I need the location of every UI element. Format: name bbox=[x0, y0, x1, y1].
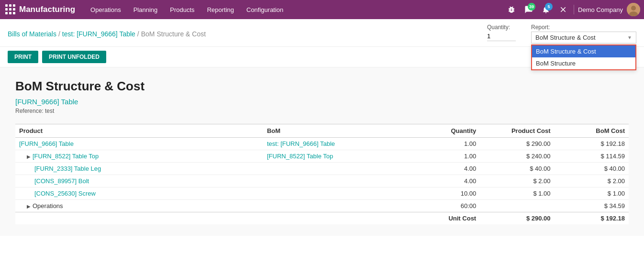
report-title: BoM Structure & Cost bbox=[15, 79, 629, 94]
product-name[interactable]: [CONS_25630] Screw bbox=[34, 190, 96, 197]
cell-bom-cost: $ 2.00 bbox=[555, 175, 629, 187]
cell-bom[interactable]: test: [FURN_9666] Table bbox=[263, 138, 418, 150]
nav-planning[interactable]: Planning bbox=[128, 3, 164, 16]
cell-product-cost: $ 40.00 bbox=[480, 163, 554, 175]
cell-bom-cost: $ 114.59 bbox=[555, 150, 629, 163]
report-block: Report: BoM Structure & Cost ▼ BoM Struc… bbox=[531, 24, 636, 44]
chat-badge: 39 bbox=[528, 3, 535, 11]
bom-table: Product BoM Quantity Product Cost BoM Co… bbox=[15, 124, 629, 224]
report-product-link[interactable]: [FURN_9666] Table bbox=[15, 98, 629, 106]
cell-bom[interactable]: [FURN_8522] Table Top bbox=[263, 150, 418, 163]
bug-icon[interactable] bbox=[505, 3, 518, 16]
breadcrumb-product[interactable]: test: [FURN_9666] Table bbox=[62, 30, 135, 38]
cell-product-cost: $ 290.00 bbox=[480, 138, 554, 150]
breadcrumb-controls: Quantity: Report: BoM Structure & Cost ▼… bbox=[487, 24, 636, 44]
product-name[interactable]: [CONS_89957] Bolt bbox=[34, 177, 89, 185]
cell-quantity: 60:00 bbox=[418, 200, 480, 212]
unit-cost-label: Unit Cost bbox=[418, 212, 480, 225]
cell-product[interactable]: [FURN_2333] Table Leg bbox=[15, 163, 263, 175]
report-select-button[interactable]: BoM Structure & Cost ▼ bbox=[531, 32, 636, 44]
cell-bom-cost: $ 192.18 bbox=[555, 138, 629, 150]
breadcrumb-bar: Bills of Materials / test: [FURN_9666] T… bbox=[0, 19, 644, 47]
nav-divider bbox=[574, 5, 574, 14]
cell-quantity: 1.00 bbox=[418, 150, 480, 163]
grid-menu-icon[interactable] bbox=[4, 3, 17, 16]
product-name: Operations bbox=[33, 202, 63, 209]
unit-cost-empty bbox=[15, 212, 418, 225]
nav-configuration[interactable]: Configuration bbox=[241, 3, 289, 16]
chevron-down-icon: ▼ bbox=[627, 35, 632, 40]
navbar-right: 39 5 Demo Company bbox=[505, 3, 640, 16]
cell-product: ▶Operations bbox=[15, 200, 263, 212]
cell-product-cost: $ 2.00 bbox=[480, 175, 554, 187]
quantity-label: Quantity: bbox=[487, 24, 516, 31]
cell-product[interactable]: [FURN_9666] Table bbox=[15, 138, 263, 150]
print-unfolded-button[interactable]: PRINT UNFOLDED bbox=[42, 51, 106, 63]
report-label: Report: bbox=[531, 24, 636, 31]
report-reference: Reference: test bbox=[15, 108, 629, 114]
nav-operations[interactable]: Operations bbox=[85, 3, 127, 16]
quantity-block: Quantity: bbox=[487, 24, 516, 41]
nav-reporting[interactable]: Reporting bbox=[201, 3, 240, 16]
cell-product-cost bbox=[480, 200, 554, 212]
table-row: ▶Operations60:00$ 34.59 bbox=[15, 200, 629, 212]
expand-icon[interactable]: ▶ bbox=[27, 204, 31, 209]
report-option-structure[interactable]: BoM Structure bbox=[532, 57, 635, 69]
cell-quantity: 4.00 bbox=[418, 163, 480, 175]
table-row: ▶[FURN_8522] Table Top[FURN_8522] Table … bbox=[15, 150, 629, 163]
svg-point-1 bbox=[631, 6, 636, 11]
close-session-icon[interactable] bbox=[556, 3, 570, 16]
message-icon[interactable]: 5 bbox=[539, 3, 553, 16]
col-bom-cost: BoM Cost bbox=[555, 124, 629, 138]
col-bom: BoM bbox=[263, 124, 418, 138]
company-name[interactable]: Demo Company bbox=[578, 6, 623, 13]
nav-products[interactable]: Products bbox=[164, 3, 200, 16]
navbar: Manufacturing Operations Planning Produc… bbox=[0, 0, 644, 19]
breadcrumb-sep1: / bbox=[58, 30, 60, 38]
unit-cost-bom: $ 192.18 bbox=[555, 212, 629, 225]
cell-product-cost: $ 1.00 bbox=[480, 187, 554, 200]
product-name[interactable]: [FURN_8522] Table Top bbox=[33, 153, 99, 160]
breadcrumb: Bills of Materials / test: [FURN_9666] T… bbox=[8, 30, 206, 38]
cell-product-cost: $ 240.00 bbox=[480, 150, 554, 163]
col-product: Product bbox=[15, 124, 263, 138]
app-brand: Manufacturing bbox=[19, 5, 75, 14]
cell-bom-cost: $ 40.00 bbox=[555, 163, 629, 175]
col-quantity: Quantity bbox=[418, 124, 480, 138]
product-name[interactable]: [FURN_9666] Table bbox=[19, 140, 74, 147]
expand-icon[interactable]: ▶ bbox=[27, 154, 31, 159]
breadcrumb-bom[interactable]: Bills of Materials bbox=[8, 30, 56, 38]
report-select-text: BoM Structure & Cost bbox=[535, 34, 596, 41]
cell-quantity: 10.00 bbox=[418, 187, 480, 200]
product-name[interactable]: [FURN_2333] Table Leg bbox=[34, 165, 101, 172]
unit-cost-row: Unit Cost $ 290.00 $ 192.18 bbox=[15, 212, 629, 225]
cell-product[interactable]: [CONS_25630] Screw bbox=[15, 187, 263, 200]
table-row: [FURN_2333] Table Leg4.00$ 40.00$ 40.00 bbox=[15, 163, 629, 175]
breadcrumb-sep2: / bbox=[137, 30, 139, 38]
cell-bom-cost: $ 1.00 bbox=[555, 187, 629, 200]
user-avatar[interactable] bbox=[627, 3, 640, 16]
table-row: [CONS_25630] Screw10.00$ 1.00$ 1.00 bbox=[15, 187, 629, 200]
unit-cost-product: $ 290.00 bbox=[480, 212, 554, 225]
cell-bom-cost: $ 34.59 bbox=[555, 200, 629, 212]
report-option-cost[interactable]: BoM Structure & Cost bbox=[532, 45, 635, 57]
cell-bom bbox=[263, 175, 418, 187]
quantity-input[interactable] bbox=[487, 32, 516, 41]
main-nav: Operations Planning Products Reporting C… bbox=[85, 3, 503, 16]
chat-icon[interactable]: 39 bbox=[522, 3, 535, 16]
notification-badge: 5 bbox=[545, 3, 553, 11]
print-button[interactable]: PRINT bbox=[8, 51, 38, 63]
table-row: [FURN_9666] Tabletest: [FURN_9666] Table… bbox=[15, 138, 629, 150]
main-content: BoM Structure & Cost [FURN_9666] Table R… bbox=[0, 67, 644, 236]
cell-bom bbox=[263, 187, 418, 200]
cell-bom bbox=[263, 200, 418, 212]
cell-quantity: 4.00 bbox=[418, 175, 480, 187]
breadcrumb-current: BoM Structure & Cost bbox=[141, 30, 206, 38]
report-dropdown: BoM Structure & Cost BoM Structure bbox=[531, 44, 636, 70]
col-product-cost: Product Cost bbox=[480, 124, 554, 138]
cell-quantity: 1.00 bbox=[418, 138, 480, 150]
cell-product[interactable]: ▶[FURN_8522] Table Top bbox=[15, 150, 263, 163]
table-row: [CONS_89957] Bolt4.00$ 2.00$ 2.00 bbox=[15, 175, 629, 187]
cell-bom bbox=[263, 163, 418, 175]
cell-product[interactable]: [CONS_89957] Bolt bbox=[15, 175, 263, 187]
